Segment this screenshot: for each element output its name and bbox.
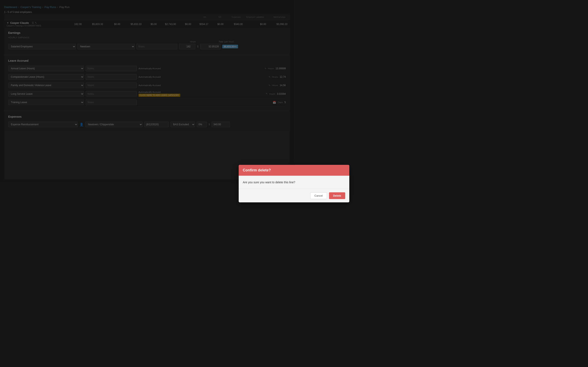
modal-header: Confirm delete? [239, 165, 294, 176]
confirm-delete-modal: Confirm delete? Are you sure you want to… [239, 165, 294, 184]
modal-title: Confirm delete? [243, 168, 294, 172]
modal-overlay: Confirm delete? Are you sure you want to… [0, 0, 294, 184]
modal-body: Are you sure you want to delete this lin… [239, 176, 294, 184]
modal-message: Are you sure you want to delete this lin… [243, 181, 294, 184]
